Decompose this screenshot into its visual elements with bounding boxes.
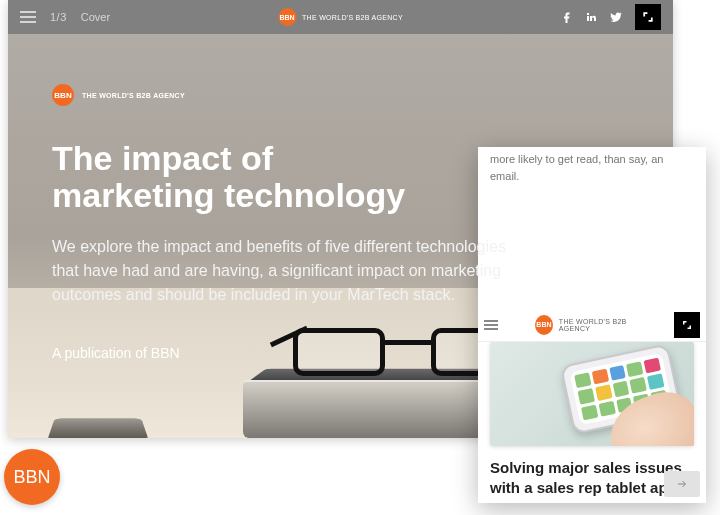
menu-icon[interactable] [20, 11, 36, 23]
linkedin-icon[interactable] [585, 11, 597, 23]
mobile-content[interactable]: Solving major sales issues with a sales … [478, 342, 706, 503]
next-page-button[interactable] [664, 471, 700, 497]
viewer-topbar: 1/3 Cover BBN THE WORLD'S B2B AGENCY [8, 0, 673, 34]
hero-byline: A publication of BBN [52, 345, 629, 361]
hero-brand: BBN THE WORLD'S B2B AGENCY [52, 84, 629, 106]
facebook-icon[interactable] [561, 11, 573, 23]
fullscreen-icon[interactable] [635, 4, 661, 30]
fullscreen-icon[interactable] [674, 312, 700, 338]
brand-tagline: THE WORLD'S B2B AGENCY [82, 92, 185, 99]
twitter-icon[interactable] [609, 11, 623, 23]
bbn-badge[interactable]: BBN [4, 449, 60, 505]
brand-logo: BBN [278, 8, 296, 26]
page-label: Cover [81, 11, 110, 23]
hero-title: The impact of marketing technology [52, 140, 629, 215]
brand-tagline: THE WORLD'S B2B AGENCY [302, 14, 403, 21]
brand-logo: BBN [52, 84, 74, 106]
page-indicator: 1/3 [50, 11, 67, 23]
phone-illustration [48, 418, 148, 438]
brand-pill: BBN THE WORLD'S B2B AGENCY [278, 8, 403, 26]
hero-lead: We explore the impact and benefits of fi… [52, 235, 532, 307]
